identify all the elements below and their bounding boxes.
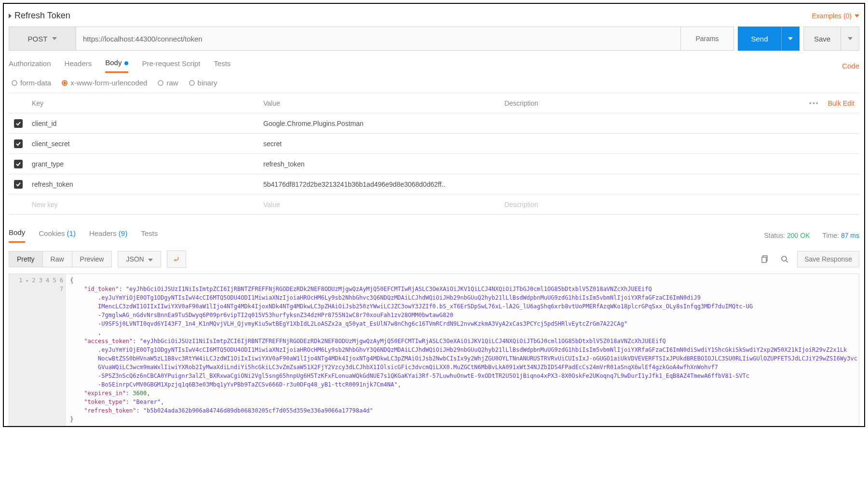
svg-rect-1 — [762, 257, 766, 262]
view-pretty[interactable]: Pretty — [9, 251, 43, 267]
tab-body[interactable]: Body — [105, 58, 128, 73]
col-header-value: Value — [259, 99, 501, 107]
bodytype-raw[interactable]: raw — [158, 79, 178, 87]
search-icon[interactable] — [778, 252, 791, 266]
request-title: Refresh Token — [14, 11, 70, 21]
tab-headers[interactable]: Headers — [65, 59, 92, 72]
row-enable-checkbox[interactable] — [14, 139, 23, 148]
param-key-new[interactable]: New key — [28, 201, 259, 208]
param-key[interactable]: grant_type — [28, 160, 259, 168]
response-status: Status: 200 OK Time: 87 ms — [764, 232, 859, 239]
param-value-new[interactable]: Value — [259, 201, 501, 208]
wrap-lines-toggle[interactable]: ⤶ — [167, 250, 186, 268]
body-params-grid: Key Value Description ••• Bulk Edit clie… — [9, 93, 859, 215]
tab-prerequest[interactable]: Pre-request Script — [142, 59, 200, 72]
row-enable-checkbox[interactable] — [14, 119, 23, 128]
code-link[interactable]: Code — [842, 62, 859, 70]
param-key[interactable]: client_id — [28, 120, 259, 127]
col-header-key: Key — [28, 99, 259, 107]
col-header-description: Description — [501, 99, 787, 107]
examples-dropdown[interactable]: Examples (0) — [812, 12, 859, 20]
view-raw[interactable]: Raw — [43, 251, 72, 267]
bodytype-form-data[interactable]: form-data — [12, 79, 51, 87]
params-button[interactable]: Params — [681, 27, 734, 51]
tab-tests[interactable]: Tests — [214, 59, 231, 72]
response-body[interactable]: 1 ▾ 2 3 4 5 6 7 { "id_token": "eyJhbGciO… — [9, 274, 859, 426]
bodytype-urlencoded[interactable]: x-www-form-urlencoded — [62, 79, 147, 87]
chevron-down-icon — [52, 37, 57, 40]
chevron-down-icon — [148, 259, 153, 262]
send-dropdown[interactable] — [781, 27, 800, 51]
param-value[interactable]: refresh_token — [259, 160, 501, 168]
param-value[interactable]: 5b4176df8172d2be3213241b36b1ad496e9d8e30… — [259, 180, 501, 188]
modified-dot-icon — [124, 61, 128, 65]
save-dropdown[interactable] — [841, 27, 859, 51]
table-row: grant_type refresh_token — [9, 154, 859, 174]
resp-tab-headers[interactable]: Headers (9) — [89, 229, 127, 242]
chevron-down-icon — [788, 37, 793, 40]
copy-icon[interactable] — [759, 252, 772, 266]
tab-header: Refresh Token Examples (0) — [9, 9, 859, 27]
row-enable-checkbox[interactable] — [14, 160, 23, 168]
param-value[interactable]: Google.Chrome.Plugins.Postman — [259, 120, 501, 127]
param-key[interactable]: client_secret — [28, 140, 259, 148]
param-value[interactable]: secret — [259, 140, 501, 148]
bodytype-binary[interactable]: binary — [189, 79, 217, 87]
row-enable-checkbox[interactable] — [14, 180, 23, 189]
bulk-edit-link[interactable]: Bulk Edit — [828, 99, 854, 107]
table-row: refresh_token 5b4176df8172d2be3213241b36… — [9, 174, 859, 194]
http-method-select[interactable]: POST — [9, 27, 76, 51]
svg-line-3 — [786, 261, 788, 262]
save-button[interactable]: Save — [803, 27, 841, 51]
chevron-down-icon — [848, 37, 853, 40]
resp-tab-tests[interactable]: Tests — [141, 229, 158, 242]
line-gutter: 1 ▾ 2 3 4 5 6 7 — [9, 274, 66, 426]
table-row: client_secret secret — [9, 134, 859, 154]
param-key[interactable]: refresh_token — [28, 180, 259, 188]
param-description-new[interactable]: Description — [501, 201, 787, 208]
svg-point-2 — [782, 256, 787, 261]
more-columns-icon[interactable]: ••• — [809, 99, 819, 107]
view-preview[interactable]: Preview — [72, 251, 112, 267]
resp-tab-body[interactable]: Body — [9, 228, 25, 243]
tab-authorization[interactable]: Authorization — [9, 59, 51, 72]
resp-tab-cookies[interactable]: Cookies (1) — [39, 229, 76, 242]
table-row-new: New key Value Description — [9, 194, 859, 215]
url-input[interactable]: https://localhost:44300/connect/token — [76, 27, 681, 51]
table-row: client_id Google.Chrome.Plugins.Postman — [9, 113, 859, 134]
lang-select[interactable]: JSON — [118, 251, 161, 267]
save-response-button[interactable]: Save Response — [797, 251, 859, 267]
expand-icon[interactable] — [9, 14, 12, 18]
chevron-down-icon — [854, 14, 859, 17]
send-button[interactable]: Send — [738, 27, 781, 51]
